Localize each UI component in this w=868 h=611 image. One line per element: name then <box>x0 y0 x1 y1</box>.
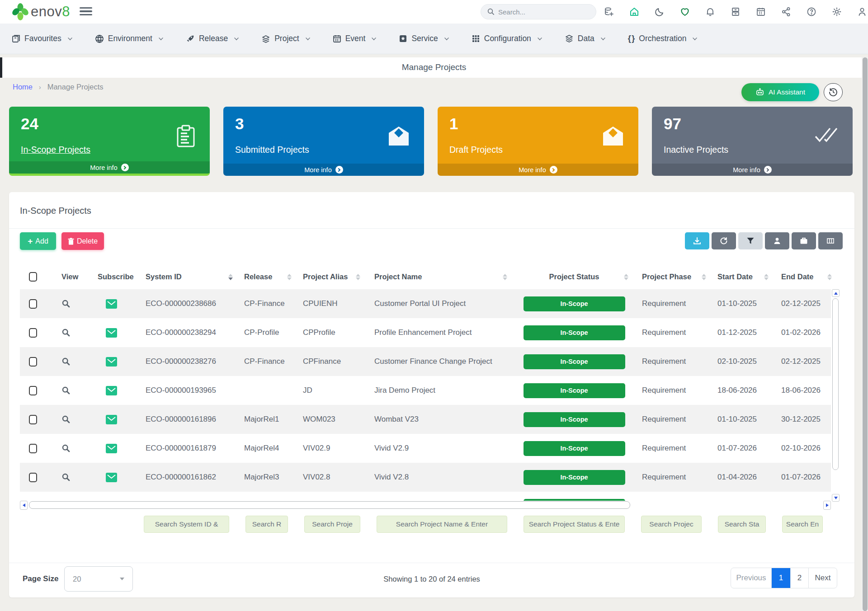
row-checkbox[interactable] <box>29 444 37 453</box>
data-add-icon[interactable] <box>603 6 615 18</box>
select-all-checkbox[interactable] <box>29 272 37 282</box>
pagination-next[interactable]: Next <box>809 568 837 588</box>
subscribe-icon[interactable] <box>106 328 117 338</box>
nav-environment[interactable]: Environment <box>95 34 163 43</box>
search-project-name-input[interactable] <box>377 516 507 533</box>
sort-icon[interactable] <box>624 274 628 280</box>
row-checkbox[interactable] <box>29 357 37 367</box>
dark-mode-icon[interactable] <box>654 6 665 18</box>
table-row[interactable]: ECO-000000193965 JD Jira Demo Project In… <box>20 376 831 405</box>
col-start-date[interactable]: Start Date <box>717 273 753 281</box>
user-icon[interactable] <box>856 6 868 18</box>
search-start-date-input[interactable] <box>718 516 766 533</box>
subscribe-icon[interactable] <box>106 473 117 482</box>
view-icon[interactable] <box>61 328 71 337</box>
sort-icon[interactable] <box>356 274 360 280</box>
scroll-down-icon[interactable] <box>834 497 838 499</box>
view-icon[interactable] <box>61 357 71 366</box>
settings-gear-icon[interactable] <box>831 6 843 18</box>
user-filter-button[interactable] <box>765 232 789 249</box>
view-icon[interactable] <box>61 299 71 308</box>
columns-button[interactable] <box>818 232 843 249</box>
page-scrollbar[interactable] <box>862 57 868 611</box>
submitted-more-info[interactable]: More info <box>223 164 424 176</box>
search-project-alias-input[interactable] <box>304 516 360 533</box>
ai-assistant-button[interactable]: AI Assistant <box>741 83 819 101</box>
col-project-status[interactable]: Project Status <box>549 273 599 281</box>
sort-icon[interactable] <box>764 274 769 280</box>
table-row[interactable]: ECO-000000161879 MajorRel4 VIV02.9 Vivid… <box>20 434 831 463</box>
scrollbar-thumb[interactable] <box>863 57 868 611</box>
refresh-button[interactable] <box>712 232 736 249</box>
row-checkbox[interactable] <box>29 328 37 338</box>
table-row[interactable]: In-Scope <box>20 492 831 501</box>
export-button[interactable] <box>685 232 709 249</box>
view-icon[interactable] <box>61 415 71 424</box>
nav-event[interactable]: Event <box>333 34 377 43</box>
search-end-date-input[interactable] <box>782 516 823 533</box>
nav-favourites[interactable]: Favourites <box>12 34 72 43</box>
col-project-name[interactable]: Project Name <box>374 273 422 281</box>
briefcase-button[interactable] <box>792 232 816 249</box>
row-checkbox[interactable] <box>29 473 37 482</box>
scroll-left-icon[interactable] <box>23 503 25 507</box>
favorites-heart-icon[interactable] <box>679 6 691 18</box>
col-subscribe[interactable]: Subscribe <box>98 273 134 281</box>
table-row[interactable]: ECO-000000161896 MajorRel1 WOM023 Wombat… <box>20 405 831 434</box>
col-system-id[interactable]: System ID <box>146 273 182 281</box>
nav-project[interactable]: Project <box>261 34 310 43</box>
subscribe-icon[interactable] <box>106 444 117 453</box>
row-checkbox[interactable] <box>29 299 37 309</box>
archive-box-icon[interactable] <box>730 6 741 18</box>
enov8-logo[interactable]: enov8 <box>11 3 70 21</box>
pagination-previous[interactable]: Previous <box>731 568 772 588</box>
breadcrumb-home-link[interactable]: Home <box>13 83 33 91</box>
col-project-alias[interactable]: Project Alias <box>303 273 348 281</box>
notifications-bell-icon[interactable] <box>704 6 716 18</box>
search-release-input[interactable] <box>245 516 288 533</box>
subscribe-icon[interactable] <box>106 415 117 424</box>
col-release[interactable]: Release <box>244 273 272 281</box>
subscribe-icon[interactable] <box>106 386 117 395</box>
sort-icon[interactable] <box>503 274 507 280</box>
sort-icon[interactable] <box>827 274 832 280</box>
filter-button[interactable] <box>738 232 763 249</box>
table-vertical-scrollbar[interactable] <box>832 289 840 502</box>
pagination-page-1[interactable]: 1 <box>772 568 791 588</box>
add-button[interactable]: +Add <box>20 232 56 250</box>
view-icon[interactable] <box>61 473 71 482</box>
scrollbar-thumb[interactable] <box>29 501 630 509</box>
nav-orchestration[interactable]: { } Orchestration <box>628 34 698 43</box>
view-icon[interactable] <box>61 444 71 453</box>
sort-icon[interactable] <box>228 274 233 280</box>
card-inactive-projects[interactable]: 97 Inactive Projects More info <box>652 107 853 176</box>
col-project-phase[interactable]: Project Phase <box>642 273 691 281</box>
home-icon[interactable] <box>628 6 640 18</box>
help-icon[interactable] <box>806 6 817 18</box>
table-row[interactable]: ECO-000000161862 MajorRel3 VIV02.8 Vivid… <box>20 463 831 492</box>
row-checkbox[interactable] <box>29 415 37 424</box>
pagination-page-2[interactable]: 2 <box>791 568 809 588</box>
table-row[interactable]: ECO-000000238686 CP-Finance CPUIENH Cust… <box>20 289 831 318</box>
inscope-more-info[interactable]: More info <box>9 161 210 174</box>
menu-toggle-icon[interactable] <box>80 7 92 16</box>
draft-more-info[interactable]: More info <box>438 164 638 176</box>
scrollbar-thumb[interactable] <box>832 298 839 470</box>
inactive-more-info[interactable]: More info <box>652 164 853 176</box>
card-draft-projects[interactable]: 1 Draft Projects More info <box>438 107 638 176</box>
nav-service[interactable]: Service <box>399 34 448 43</box>
subscribe-icon[interactable] <box>106 357 117 367</box>
global-search[interactable] <box>481 4 596 19</box>
sort-icon[interactable] <box>702 274 706 280</box>
history-button[interactable] <box>824 83 843 101</box>
row-checkbox[interactable] <box>29 386 37 395</box>
share-icon[interactable] <box>780 6 792 18</box>
scroll-right-icon[interactable] <box>826 503 829 507</box>
scroll-up-icon[interactable] <box>834 292 838 295</box>
view-icon[interactable] <box>61 386 71 395</box>
inscope-label[interactable]: In-Scope Projects <box>21 145 90 155</box>
card-submitted-projects[interactable]: 3 Submitted Projects More info <box>223 107 424 176</box>
nav-data[interactable]: Data <box>565 34 605 43</box>
search-system-id-input[interactable] <box>144 516 229 533</box>
delete-button[interactable]: Delete <box>61 232 104 250</box>
